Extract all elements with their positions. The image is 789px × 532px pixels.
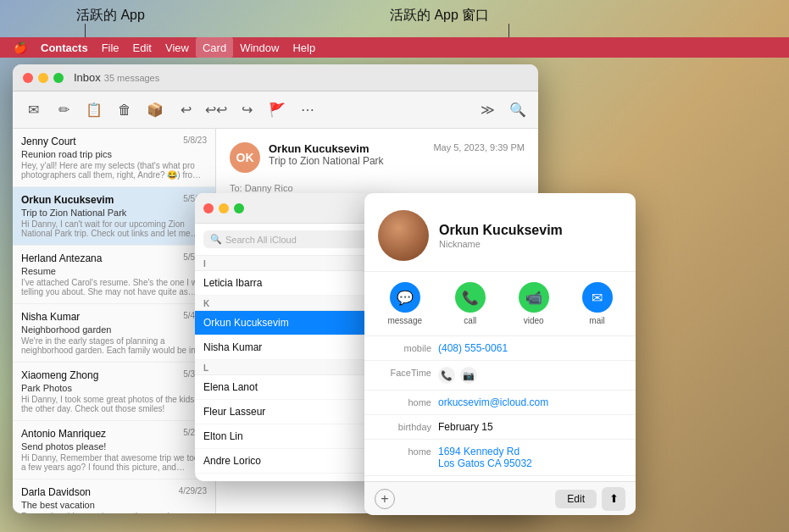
search-icon[interactable]: 🔍 — [504, 97, 531, 124]
menubar: 🍎 Contacts File Edit View Card Window He… — [0, 37, 789, 58]
close-button[interactable] — [23, 73, 33, 83]
message-item-xiaomeng[interactable]: Xiaomeng Zhong 5/3/23 Park Photos Hi Dan… — [13, 363, 215, 421]
video-icon: 📹 — [519, 282, 549, 313]
forward-icon[interactable]: ↪ — [233, 97, 260, 124]
archive-icon[interactable]: 📋 — [81, 97, 108, 124]
facetime-phone-icon[interactable]: 📞 — [438, 367, 455, 384]
contacts-search-input[interactable]: Search All iCloud — [225, 235, 366, 245]
compose-icon[interactable]: ✉ — [19, 97, 47, 124]
detail-to: To: Danny Rico — [230, 183, 525, 193]
contact-detail-header: Orkun Kucuksevim Nickname — [364, 193, 636, 272]
edit-contact-button[interactable]: Edit — [555, 490, 597, 508]
date-darla: 4/29/23 — [179, 486, 207, 498]
contact-actions: 💬 message 📞 call 📹 video ✉ mail — [364, 272, 636, 336]
contacts-search-bar[interactable]: 🔍 Search All iCloud — [195, 224, 381, 256]
label-facetime: FaceTime — [376, 367, 431, 378]
delete-icon[interactable]: 🗑 — [111, 97, 138, 124]
contact-fields: mobile (408) 555-0061 FaceTime 📞 📷 home … — [364, 336, 636, 481]
inbox-subtitle: 35 messages — [104, 73, 159, 83]
contact-photo — [378, 210, 429, 261]
menubar-window[interactable]: Window — [233, 37, 286, 58]
value-home-address[interactable]: 1694 Kennedy RdLos Gatos CA 95032 — [438, 446, 624, 469]
subject-antonio: Send photos please! — [21, 441, 207, 452]
call-icon: 📞 — [455, 282, 486, 313]
detail-header: OK Orkun Kucuksevim Trip to Zion Nationa… — [230, 142, 525, 173]
message-item-nisha[interactable]: Nisha Kumar 5/4/23 Neighborhood garden W… — [13, 304, 215, 363]
action-call-label: call — [464, 316, 476, 325]
contact-nisha[interactable]: Nisha Kumar — [195, 335, 381, 360]
minimize-button[interactable] — [38, 73, 48, 83]
apple-menu[interactable]: 🍎 — [7, 37, 34, 58]
message-item-darla[interactable]: Darla Davidson 4/29/23 The best vacation… — [13, 479, 215, 513]
contact-name-area: Orkun Kucuksevim Nickname — [439, 222, 622, 250]
contacts-close-button[interactable] — [203, 203, 214, 213]
menubar-card[interactable]: Card — [196, 37, 233, 58]
detail-meta: Orkun Kucuksevim Trip to Zion National P… — [269, 142, 433, 167]
contact-fleur[interactable]: Fleur Lasseur — [195, 400, 381, 424]
action-video[interactable]: 📹 video — [519, 282, 549, 325]
field-birthday: birthday February 15 — [364, 415, 636, 440]
preview-darla: Remember this amazing vacation—rock clim… — [21, 512, 207, 513]
contact-andre[interactable]: Andre Lorico — [195, 449, 381, 474]
contacts-minimize-button[interactable] — [219, 203, 229, 213]
sender-avatar: OK — [230, 142, 260, 173]
maximize-button[interactable] — [53, 73, 64, 83]
contact-nickname: Nickname — [439, 239, 622, 249]
menubar-edit[interactable]: Edit — [126, 37, 158, 58]
message-icon: 💬 — [390, 282, 420, 313]
message-list[interactable]: Jenny Court 5/8/23 Reunion road trip pic… — [13, 129, 216, 513]
contact-elena[interactable]: Elena Lanot — [195, 375, 381, 400]
message-item-orkun[interactable]: Orkun Kucuksevim 5/5/23 Trip to Zion Nat… — [13, 187, 215, 246]
facetime-video-icon[interactable]: 📷 — [460, 367, 477, 384]
sender-herland: Herland Antezana — [21, 252, 102, 264]
value-mobile[interactable]: (408) 555-0061 — [438, 342, 624, 354]
annotation-line-app — [85, 24, 86, 37]
message-item-jenny[interactable]: Jenny Court 5/8/23 Reunion road trip pic… — [13, 129, 215, 187]
value-home-email[interactable]: orkucsevim@icloud.com — [438, 396, 624, 408]
label-home-address: home — [376, 446, 431, 457]
share-contact-button[interactable]: ⬆ — [602, 487, 625, 511]
action-call[interactable]: 📞 call — [455, 282, 486, 325]
contact-name: Orkun Kucuksevim — [439, 222, 622, 240]
contact-kristina[interactable]: Kristina Lucas — [195, 474, 381, 481]
annotation-line-window — [508, 24, 509, 37]
field-mobile: mobile (408) 555-0061 — [364, 336, 636, 361]
new-message-icon[interactable]: ✏ — [50, 97, 77, 124]
sender-darla: Darla Davidson — [21, 486, 91, 498]
action-mail[interactable]: ✉ mail — [582, 282, 613, 325]
mail-titlebar: Inbox 35 messages — [13, 64, 538, 91]
value-birthday: February 15 — [438, 421, 624, 433]
reply-icon[interactable]: ↩ — [172, 97, 199, 124]
contact-footer: + Edit ⬆ — [364, 481, 636, 515]
junk-icon[interactable]: 📦 — [142, 97, 169, 124]
menubar-view[interactable]: View — [158, 37, 196, 58]
message-item-herland[interactable]: Herland Antezana 5/5/23 Resume I've atta… — [13, 246, 215, 304]
expand-icon[interactable]: ≫ — [474, 97, 501, 124]
sender-antonio: Antonio Manriquez — [21, 428, 106, 440]
flag-icon[interactable]: 🚩 — [264, 97, 291, 124]
reply-all-icon[interactable]: ↩↩ — [203, 97, 230, 124]
menubar-help[interactable]: Help — [286, 37, 322, 58]
contacts-maximize-button[interactable] — [234, 203, 244, 213]
menubar-contacts[interactable]: Contacts — [34, 37, 95, 58]
label-mobile: mobile — [376, 342, 431, 353]
add-field-button[interactable]: + — [375, 489, 395, 509]
contact-leticia[interactable]: Leticia Ibarra — [195, 271, 381, 296]
active-app-annotation: 活跃的 App — [76, 7, 145, 25]
contact-elton[interactable]: Elton Lin — [195, 424, 381, 449]
contact-orkun[interactable]: Orkun Kucuksevim — [195, 311, 381, 335]
contact-detail-window: Orkun Kucuksevim Nickname 💬 message 📞 ca… — [364, 193, 636, 515]
footer-actions: Edit ⬆ — [555, 487, 625, 511]
detail-date: May 5, 2023, 9:39 PM — [433, 142, 525, 152]
action-message[interactable]: 💬 message — [387, 282, 422, 325]
subject-herland: Resume — [21, 266, 207, 276]
sender-xiaomeng: Xiaomeng Zhong — [21, 369, 98, 381]
subject-jenny: Reunion road trip pics — [21, 149, 207, 159]
facetime-icons: 📞 📷 — [438, 367, 477, 384]
contacts-list[interactable]: I Leticia Ibarra K Orkun Kucuksevim Nish… — [195, 256, 381, 481]
more-icon[interactable]: ⋯ — [294, 97, 321, 124]
message-item-antonio[interactable]: Antonio Manriquez 5/2/23 Send photos ple… — [13, 421, 215, 479]
contacts-window: 🔍 Search All iCloud I Leticia Ibarra K O… — [195, 193, 381, 481]
menubar-file[interactable]: File — [95, 37, 126, 58]
section-header-i: I — [195, 256, 381, 271]
